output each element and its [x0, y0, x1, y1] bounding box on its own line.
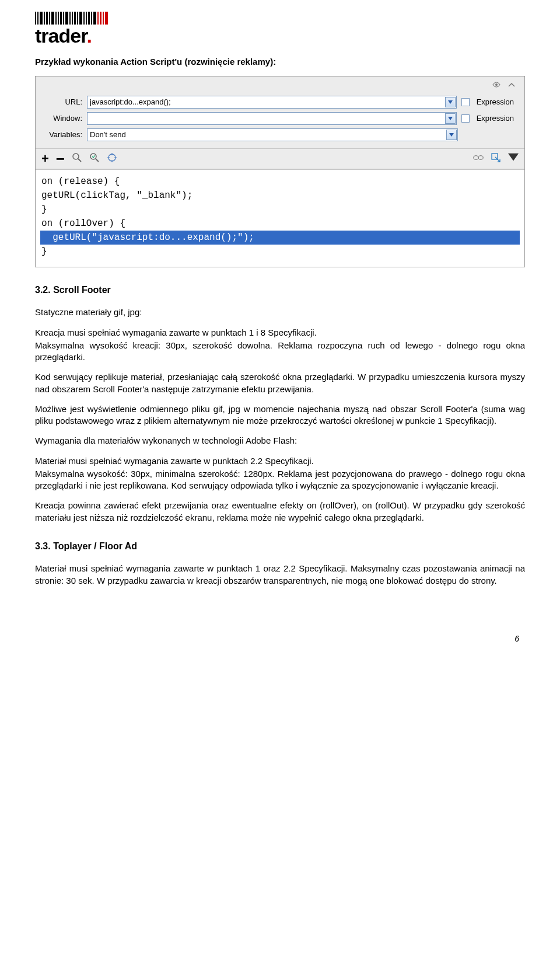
script-assist-icon[interactable] — [491, 152, 501, 166]
text-p9: Kreacja powinna zawierać efekt przewijan… — [35, 500, 525, 524]
url-label: URL: — [41, 97, 82, 107]
text-p7: Materiał musi spełniać wymagania zawarte… — [35, 455, 525, 467]
code-line: } — [41, 245, 519, 259]
text-static-gif-jpg: Statyczne materiały gif, jpg: — [35, 306, 525, 318]
variables-input[interactable] — [87, 128, 458, 141]
text-s33-p1: Materiał musi spełniać wymagania zawarte… — [35, 563, 525, 587]
view-options-icon[interactable] — [473, 152, 484, 166]
svg-line-4 — [96, 159, 99, 162]
find-icon[interactable] — [72, 152, 82, 166]
text-p5: Możliwe jest wyświetlenie odmiennego pli… — [35, 403, 525, 427]
variables-label: Variables: — [41, 130, 82, 140]
code-line: } — [41, 203, 519, 217]
logo-main: trader — [35, 25, 87, 47]
variables-dropdown-icon[interactable] — [446, 130, 457, 140]
actionscript-panel: URL: Expression Window: Expression Varia… — [35, 76, 525, 267]
toolbar-menu-icon[interactable] — [508, 152, 519, 166]
intro-heading: Przykład wykonania Action Script'u (rozw… — [35, 56, 525, 68]
remove-statement-button[interactable]: − — [56, 151, 65, 166]
add-statement-button[interactable]: + — [41, 152, 49, 165]
logo-text: trader. — [35, 26, 525, 46]
window-label: Window: — [41, 113, 82, 124]
url-expression-checkbox[interactable] — [461, 98, 470, 106]
window-expression-checkbox[interactable] — [461, 114, 470, 123]
code-line: on (release) { — [41, 175, 519, 189]
code-line: on (rollOver) { — [41, 217, 519, 231]
text-p4: Kod serwujący replikuje materiał, przesł… — [35, 371, 525, 395]
url-input[interactable] — [87, 96, 457, 109]
target-icon[interactable] — [107, 152, 117, 166]
code-editor[interactable]: on (release) { getURL(clickTag, "_blank"… — [36, 169, 524, 267]
page-number: 6 — [35, 633, 525, 644]
code-line: getURL(clickTag, "_blank"); — [41, 189, 519, 203]
code-toolbar: + − — [36, 148, 524, 169]
url-dropdown-icon[interactable] — [445, 97, 456, 107]
logo-dot: . — [87, 25, 92, 47]
code-line-selected: getURL("javascript:do...expand();"); — [40, 231, 520, 245]
svg-point-3 — [90, 154, 96, 159]
section-heading-3-3: 3.3. Toplayer / Floor Ad — [35, 540, 525, 553]
panel-top-icon[interactable] — [492, 81, 501, 92]
svg-point-11 — [478, 155, 483, 159]
text-p6: Wymagania dla materiałów wykonanych w te… — [35, 435, 525, 447]
section-heading-3-2: 3.2. Scroll Footer — [35, 284, 525, 297]
svg-point-1 — [73, 154, 79, 159]
svg-point-10 — [474, 155, 478, 159]
svg-point-0 — [495, 83, 498, 86]
url-expression-label: Expression — [477, 97, 514, 107]
window-expression-label: Expression — [477, 113, 514, 124]
window-dropdown-icon[interactable] — [445, 113, 456, 124]
text-p2: Kreacja musi spełniać wymagania zawarte … — [35, 327, 525, 339]
syntax-check-icon[interactable] — [89, 152, 100, 166]
logo-barcode — [35, 12, 525, 25]
text-p8: Maksymalna wysokość: 30px, minimalna sze… — [35, 468, 525, 492]
svg-line-2 — [78, 159, 81, 162]
window-input[interactable] — [87, 112, 457, 125]
panel-collapse-icon[interactable] — [507, 81, 516, 92]
text-p3: Maksymalna wysokość kreacji: 30px, szero… — [35, 340, 525, 364]
